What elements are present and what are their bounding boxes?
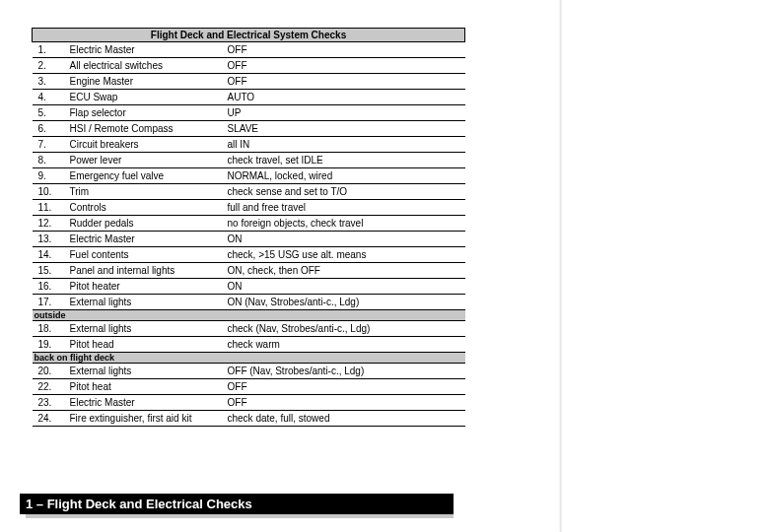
row-value: OFF <box>228 395 465 411</box>
row-number: 19. <box>33 337 70 353</box>
row-item: Flap selector <box>70 105 228 121</box>
table-row: 18.External lightscheck (Nav, Strobes/an… <box>33 321 465 337</box>
row-value: OFF <box>228 58 465 74</box>
table-row: 10.Trimcheck sense and set to T/O <box>33 184 465 200</box>
table-row: 3.Engine MasterOFF <box>33 74 465 90</box>
row-item: Electric Master <box>70 395 228 411</box>
row-value: OFF <box>228 74 465 90</box>
row-item: Pitot head <box>70 337 228 353</box>
row-value: NORMAL, locked, wired <box>228 168 465 184</box>
row-item: External lights <box>70 321 228 337</box>
row-number: 16. <box>33 279 70 295</box>
table-row: 6.HSI / Remote CompassSLAVE <box>33 121 465 137</box>
outside-items: 18.External lightscheck (Nav, Strobes/an… <box>33 321 465 353</box>
table-row: 22.Pitot heatOFF <box>33 379 465 395</box>
row-value: ON (Nav, Strobes/anti-c., Ldg) <box>228 295 465 310</box>
row-number: 2. <box>33 58 70 74</box>
row-item: Controls <box>70 200 228 216</box>
row-item: Pitot heater <box>70 279 228 295</box>
table-row: 9.Emergency fuel valveNORMAL, locked, wi… <box>33 168 465 184</box>
row-item: ECU Swap <box>70 90 228 105</box>
row-number: 9. <box>33 168 70 184</box>
table-row: 24.Fire extinguisher, first aid kitcheck… <box>33 411 465 427</box>
section-back-label: back on flight deck <box>33 353 465 364</box>
table-row: 16.Pitot heaterON <box>33 279 465 295</box>
row-number: 22. <box>33 379 70 395</box>
table-row: 19.Pitot headcheck warm <box>33 337 465 353</box>
row-item: HSI / Remote Compass <box>70 121 228 137</box>
table-row: 1.Electric MasterOFF <box>33 42 465 58</box>
row-item: Trim <box>70 184 228 200</box>
table-row: 14.Fuel contentscheck, >15 USG use alt. … <box>33 247 465 263</box>
table-row: 13.Electric MasterON <box>33 232 465 247</box>
row-number: 12. <box>33 216 70 232</box>
row-value: ON <box>228 279 465 295</box>
row-value: check, >15 USG use alt. means <box>228 247 465 263</box>
row-value: ON, check, then OFF <box>228 263 465 279</box>
row-number: 15. <box>33 263 70 279</box>
row-item: Circuit breakers <box>70 137 228 153</box>
row-value: OFF <box>228 42 465 58</box>
row-item: External lights <box>70 295 228 310</box>
table-title-row: Flight Deck and Electrical System Checks <box>33 29 465 42</box>
table-row: 15.Panel and internal lightsON, check, t… <box>33 263 465 279</box>
page-spine <box>560 0 562 532</box>
row-value: UP <box>228 105 465 121</box>
row-value: full and free travel <box>228 200 465 216</box>
row-number: 1. <box>33 42 70 58</box>
row-value: ON <box>228 232 465 247</box>
table-row: 17.External lightsON (Nav, Strobes/anti-… <box>33 295 465 310</box>
row-number: 6. <box>33 121 70 137</box>
row-item: Pitot heat <box>70 379 228 395</box>
row-number: 18. <box>33 321 70 337</box>
row-item: Engine Master <box>70 74 228 90</box>
back-items: 20.External lightsOFF (Nav, Strobes/anti… <box>33 364 465 427</box>
row-value: check (Nav, Strobes/anti-c., Ldg) <box>228 321 465 337</box>
page-content: Flight Deck and Electrical System Checks… <box>0 0 769 427</box>
row-value: AUTO <box>228 90 465 105</box>
table-row: 20.External lightsOFF (Nav, Strobes/anti… <box>33 364 465 379</box>
table-row: 7.Circuit breakersall IN <box>33 137 465 153</box>
checklist-table: Flight Deck and Electrical System Checks… <box>32 28 465 427</box>
row-value: check date, full, stowed <box>228 411 465 427</box>
row-item: Power lever <box>70 153 228 168</box>
table-row: 8.Power levercheck travel, set IDLE <box>33 153 465 168</box>
row-value: SLAVE <box>228 121 465 137</box>
row-number: 4. <box>33 90 70 105</box>
row-number: 11. <box>33 200 70 216</box>
table-row: 11.Controlsfull and free travel <box>33 200 465 216</box>
row-item: Fuel contents <box>70 247 228 263</box>
row-item: All electrical switches <box>70 58 228 74</box>
row-item: External lights <box>70 364 228 379</box>
row-value: check travel, set IDLE <box>228 153 465 168</box>
row-item: Electric Master <box>70 42 228 58</box>
row-value: check sense and set to T/O <box>228 184 465 200</box>
row-number: 14. <box>33 247 70 263</box>
table-row: 2.All electrical switchesOFF <box>33 58 465 74</box>
row-value: all IN <box>228 137 465 153</box>
table-row: 12.Rudder pedalsno foreign objects, chec… <box>33 216 465 232</box>
row-number: 23. <box>33 395 70 411</box>
row-number: 3. <box>33 74 70 90</box>
row-item: Emergency fuel valve <box>70 168 228 184</box>
page-footer: 1 – Flight Deck and Electrical Checks <box>20 494 454 518</box>
row-number: 20. <box>33 364 70 379</box>
main-items: 1.Electric MasterOFF2.All electrical swi… <box>33 42 465 310</box>
row-item: Electric Master <box>70 232 228 247</box>
row-number: 17. <box>33 295 70 310</box>
section-outside-label: outside <box>33 310 465 321</box>
row-value: OFF <box>228 379 465 395</box>
section-back: back on flight deck <box>33 353 465 364</box>
row-value: no foreign objects, check travel <box>228 216 465 232</box>
row-value: OFF (Nav, Strobes/anti-c., Ldg) <box>228 364 465 379</box>
row-item: Rudder pedals <box>70 216 228 232</box>
table-row: 4.ECU SwapAUTO <box>33 90 465 105</box>
row-value: check warm <box>228 337 465 353</box>
row-number: 8. <box>33 153 70 168</box>
row-number: 24. <box>33 411 70 427</box>
row-number: 7. <box>33 137 70 153</box>
row-item: Fire extinguisher, first aid kit <box>70 411 228 427</box>
section-outside: outside <box>33 310 465 321</box>
footer-shadow <box>26 514 454 518</box>
row-number: 10. <box>33 184 70 200</box>
